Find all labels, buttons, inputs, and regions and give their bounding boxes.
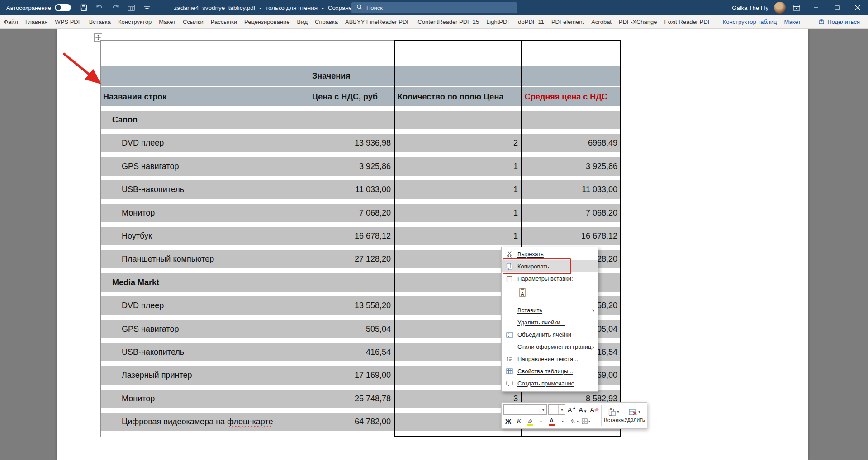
item-cell[interactable]: USB-накопитель (100, 343, 309, 361)
table-cell[interactable] (100, 41, 309, 63)
item-cell[interactable]: DVD плеер (100, 134, 309, 152)
tab-table-layout[interactable]: Макет (781, 15, 805, 29)
table-row-values[interactable]: Значения (100, 66, 621, 86)
borders-button[interactable]: ▾ (581, 417, 591, 427)
table-cell[interactable]: 17 169,00 (309, 366, 395, 385)
tab-view[interactable]: Вид (293, 15, 311, 29)
paste-button[interactable]: ▾ Вставка (603, 404, 624, 427)
table-cell[interactable]: 416,54 (309, 343, 395, 361)
table-cell[interactable]: 3 925,86 (309, 157, 395, 176)
table-cell[interactable] (522, 111, 621, 129)
menu-item-copy[interactable]: Копировать (502, 260, 598, 272)
delete-button[interactable]: ▾ Удалить (624, 404, 645, 427)
italic-button[interactable]: К (514, 417, 524, 427)
table-cell[interactable] (522, 41, 621, 63)
tab-lightpdf[interactable]: LightPDF (483, 15, 514, 29)
tab-insert[interactable]: Вставка (85, 15, 114, 29)
tab-abbyy-finereader[interactable]: ABBYY FineReader PDF (342, 15, 414, 29)
table-cell[interactable]: 6968,49 (522, 134, 621, 152)
table-row[interactable]: GPS навигатор 3 925,86 1 3 925,86 (100, 157, 621, 176)
share-button[interactable]: Поделиться (818, 19, 860, 26)
shrink-font-button[interactable]: А▼ (578, 405, 588, 415)
table-row-group[interactable]: Canon (100, 111, 621, 129)
table-cell[interactable]: 1 (395, 180, 522, 199)
tab-file[interactable]: Файл (0, 15, 22, 29)
tab-table-design[interactable]: Конструктор таблиц (719, 15, 781, 29)
tab-dopdf[interactable]: doPDF 11 (514, 15, 548, 29)
item-cell[interactable]: Монитор (100, 390, 309, 408)
item-cell[interactable]: GPS навигатор (100, 157, 309, 176)
shading-button[interactable]: ▾ (569, 417, 579, 427)
group-cell[interactable]: Media Markt (100, 273, 309, 292)
table-cell[interactable]: 13 558,20 (309, 296, 395, 315)
table-cell[interactable] (395, 66, 522, 86)
undo-icon[interactable] (95, 3, 104, 12)
table-cell[interactable] (395, 111, 522, 129)
minimize-button[interactable] (806, 0, 826, 15)
tab-review[interactable]: Рецензирование (241, 15, 293, 29)
table-cell[interactable] (100, 66, 309, 86)
tab-wps-pdf[interactable]: WPS PDF (51, 15, 85, 29)
table-cell[interactable]: 1 (395, 157, 522, 176)
font-color-button[interactable]: А (547, 417, 556, 427)
menu-item-text-direction[interactable]: Направление текста... (502, 353, 598, 365)
paste-keep-text-button[interactable]: A (517, 286, 529, 298)
font-size-select[interactable]: ▾ (548, 404, 565, 415)
tab-references[interactable]: Ссылки (179, 15, 207, 29)
table-cell[interactable] (309, 273, 395, 292)
font-color-dropdown[interactable]: ▾ (558, 417, 567, 427)
tab-help[interactable]: Справка (311, 15, 342, 29)
tab-foxit-reader[interactable]: Foxit Reader PDF (661, 15, 715, 29)
ribbon-display-icon[interactable] (792, 3, 801, 12)
document-title[interactable]: _zadanie4_svodnye_tablicy.pdf - только д… (171, 5, 359, 11)
item-cell[interactable]: Монитор (100, 204, 309, 222)
menu-item-delete-cells[interactable]: Удалить ячейки... (502, 316, 598, 329)
tab-design[interactable]: Конструктор (114, 15, 155, 29)
item-cell[interactable]: GPS навигатор (100, 320, 309, 338)
group-cell[interactable]: Canon (100, 111, 309, 129)
autosave-toggle[interactable] (55, 4, 71, 11)
table-cell[interactable]: 3 925,86 (522, 157, 621, 176)
user-name[interactable]: Galka The Fly (732, 5, 768, 11)
table-cell[interactable]: 2 (395, 134, 522, 152)
table-cell[interactable]: 25 748,78 (309, 390, 395, 408)
table-cell[interactable]: 16 678,12 (309, 227, 395, 245)
table-cell[interactable]: 1 (395, 204, 522, 222)
tab-acrobat[interactable]: Acrobat (588, 15, 615, 29)
table-header-row[interactable]: Названия строк Цена с НДС, руб Количеств… (100, 87, 621, 106)
column-header[interactable]: Цена с НДС, руб (309, 87, 395, 106)
table-cell[interactable]: 505,04 (309, 320, 395, 338)
close-button[interactable] (847, 0, 868, 15)
menu-item-new-comment[interactable]: Создать примечание (502, 377, 598, 390)
chevron-down-icon[interactable]: ▾ (558, 405, 565, 414)
table-cell[interactable] (522, 66, 621, 86)
item-cell[interactable]: Планшетный компьютер (100, 250, 309, 268)
clear-formatting-button[interactable]: А (589, 405, 599, 415)
tab-mailings[interactable]: Рассылки (207, 15, 241, 29)
table-cell[interactable]: 64 782,00 (309, 413, 395, 431)
table-row[interactable]: USB-накопитель 11 033,00 1 11 033,00 (100, 180, 621, 199)
item-cell[interactable]: Лазерный принтер (100, 366, 309, 385)
table-cell[interactable] (309, 111, 395, 129)
column-header[interactable]: Названия строк (100, 87, 309, 106)
item-cell[interactable]: Цифровая видеокамера на флеш-карте (100, 413, 309, 431)
search-box[interactable]: Поиск (351, 2, 517, 13)
table-row[interactable]: DVD плеер 13 936,98 2 6968,49 (100, 134, 621, 152)
menu-item-border-styles[interactable]: Стили оформления границ › (502, 341, 598, 353)
table-cell[interactable]: 13 936,98 (309, 134, 395, 152)
table-cell[interactable]: 7 068,20 (522, 204, 621, 222)
customize-toolbar-icon[interactable] (142, 3, 152, 12)
table-row-empty[interactable] (100, 40, 621, 63)
avatar[interactable] (774, 2, 786, 14)
table-cell[interactable] (395, 41, 522, 63)
table-cell[interactable]: 27 128,20 (309, 250, 395, 268)
column-header[interactable]: Количество по полю Цена (395, 87, 522, 106)
menu-item-insert[interactable]: Вставить › (502, 304, 598, 316)
tab-layout[interactable]: Макет (155, 15, 179, 29)
column-header-red[interactable]: Средняя цена с НДС (522, 87, 621, 106)
font-name-select[interactable]: ▾ (503, 404, 547, 415)
tab-pdfelement[interactable]: PDFelement (548, 15, 588, 29)
chevron-down-icon[interactable]: ▾ (540, 405, 546, 414)
maximize-button[interactable] (826, 0, 847, 15)
menu-item-merge-cells[interactable]: Объединить ячейки (502, 329, 598, 341)
